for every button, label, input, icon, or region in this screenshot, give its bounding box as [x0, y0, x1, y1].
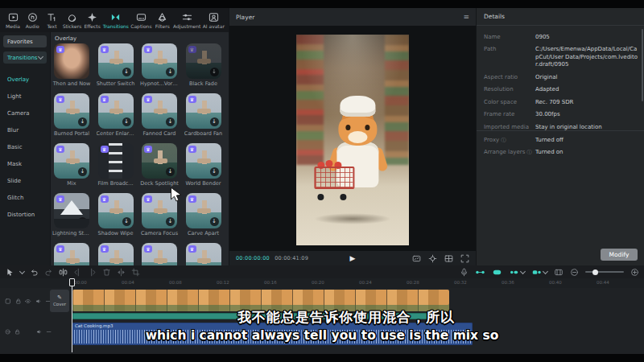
mute-icon[interactable]	[36, 328, 42, 335]
toolbar-text[interactable]: Text	[43, 12, 60, 29]
transition-item[interactable]: Hypnot...Vortex	[140, 43, 179, 93]
toolbar-media[interactable]: Media	[4, 12, 22, 29]
transition-item[interactable]	[184, 243, 223, 265]
cover-button[interactable]: ✎ Cover	[50, 290, 69, 312]
sidebar-category-item[interactable]: Slide	[0, 172, 50, 189]
sidebar-category-item[interactable]: Basic	[0, 138, 50, 155]
transition-item[interactable]: Film Broadc...	[97, 143, 135, 193]
preview-axis-icon[interactable]	[509, 268, 519, 277]
lock-icon[interactable]	[15, 298, 22, 305]
details-scrollbar[interactable]	[642, 29, 643, 101]
zoom-slider-thumb[interactable]	[592, 269, 598, 275]
delete-left-icon[interactable]	[73, 268, 82, 277]
transition-item[interactable]	[97, 243, 135, 265]
transition-item[interactable]	[52, 243, 91, 265]
field-label: Frame rateⓘ	[484, 111, 535, 118]
zoom-out-icon[interactable]	[570, 268, 579, 277]
playhead-handle[interactable]	[69, 278, 75, 286]
mirror-icon[interactable]	[117, 268, 126, 277]
toolbar-filters[interactable]: Filters	[154, 12, 171, 29]
transition-item[interactable]: Shadow Wipe	[97, 193, 135, 243]
effect-strip[interactable]	[72, 313, 436, 319]
undo-icon[interactable]	[30, 268, 39, 277]
toolbar-transitions[interactable]: Transitions	[103, 12, 129, 29]
toolbar-effects[interactable]: Effects	[84, 12, 101, 29]
transition-thumbnail	[186, 43, 221, 79]
video-clip[interactable]	[72, 290, 449, 311]
object-tracking-icon[interactable]	[428, 254, 437, 263]
sidebar-category-item[interactable]: Distortion	[0, 206, 50, 223]
audio-clip-name: Cat Cooking.mp3	[75, 323, 113, 328]
video-track-header	[0, 298, 52, 305]
record-voiceover-icon[interactable]	[460, 268, 469, 277]
chevron-down-icon[interactable]	[19, 268, 25, 274]
sidebar-category-item[interactable]: Light	[0, 88, 50, 105]
toolbar-captions[interactable]: Captions	[130, 12, 151, 29]
transition-item[interactable]: Camera Focus	[140, 193, 179, 243]
collapse-icon[interactable]	[46, 328, 52, 335]
fullscreen-icon[interactable]	[460, 254, 469, 263]
toolbar-adjustment[interactable]: Adjustment	[173, 12, 200, 29]
sidebar-category-item[interactable]: Glitch	[0, 189, 50, 206]
transitions-category-button[interactable]: Transitions	[3, 51, 47, 64]
zoom-in-icon[interactable]	[630, 268, 639, 277]
transition-item[interactable]: Cardboard Fan	[184, 93, 223, 143]
select-tool-icon[interactable]	[6, 268, 14, 277]
transition-item[interactable]: Mix	[52, 143, 91, 193]
track-view-icon[interactable]	[554, 268, 564, 277]
favorites-button[interactable]: Favorites	[3, 35, 47, 47]
delete-right-icon[interactable]	[88, 268, 97, 277]
vip-badge-icon	[101, 96, 109, 103]
sidebar-category-item[interactable]: Camera	[0, 105, 50, 121]
timecode-separator	[271, 255, 273, 261]
hide-icon[interactable]	[25, 298, 31, 305]
transition-item[interactable]: Deck Spotlight	[140, 143, 179, 193]
transition-item[interactable]: Burned Portal	[52, 93, 91, 143]
delete-icon[interactable]	[102, 268, 111, 277]
split-icon[interactable]	[59, 268, 68, 277]
timeline-tools	[0, 268, 140, 277]
transition-item[interactable]: Lightning Strike	[52, 193, 91, 243]
transition-item[interactable]	[140, 243, 179, 265]
download-icon	[166, 68, 175, 76]
vip-badge-icon	[56, 245, 64, 253]
playhead[interactable]	[72, 278, 72, 352]
timeline-zoom-slider[interactable]	[585, 271, 624, 273]
shopping-cart	[314, 167, 356, 194]
mute-icon[interactable]	[35, 298, 42, 305]
sidebar-category-item[interactable]: Blur	[0, 121, 50, 138]
auto-cut-icon[interactable]	[531, 268, 542, 277]
main-track-icon[interactable]	[5, 298, 11, 305]
sidebar-category-item[interactable]: Mask	[0, 155, 50, 172]
cat-eye	[345, 125, 350, 130]
player-header: Player ≡	[229, 8, 476, 26]
toolbar-stickers[interactable]: Stickers	[63, 12, 82, 29]
toolbar-audio[interactable]: Audio	[23, 12, 41, 29]
toolbar-ai-avatar[interactable]: AI avatar	[203, 12, 225, 29]
linked-selection-icon[interactable]	[492, 268, 502, 277]
hamburger-menu-icon[interactable]: ≡	[463, 14, 469, 21]
play-button[interactable]: ▶	[350, 255, 356, 262]
transition-item[interactable]: Carve Apart	[184, 193, 223, 243]
transition-item[interactable]: World Bender	[184, 143, 223, 193]
lock-icon[interactable]	[14, 328, 20, 335]
split-screen-icon[interactable]	[444, 254, 453, 263]
modify-button[interactable]: Modify	[601, 249, 638, 261]
redo-icon[interactable]	[44, 268, 53, 277]
transition-item[interactable]: Shutter Switch	[97, 43, 135, 93]
sidebar-category-item[interactable]: Overlay	[0, 71, 50, 88]
audio-clip[interactable]: Cat Cooking.mp3	[72, 323, 473, 345]
info-icon: ⓘ	[501, 137, 506, 144]
transition-thumbnail	[142, 143, 177, 179]
chevron-down-icon[interactable]	[520, 268, 526, 274]
crop-icon[interactable]	[131, 268, 140, 277]
ratio-icon[interactable]	[412, 254, 421, 263]
snap-toggle-icon[interactable]	[475, 268, 485, 277]
transition-item[interactable]: Center Enlarge	[97, 93, 135, 143]
transition-item[interactable]: Then and Now	[52, 43, 91, 93]
transition-item[interactable]: Fanned Card	[140, 93, 179, 143]
chevron-down-icon[interactable]	[543, 268, 548, 274]
audio-track-icon[interactable]	[5, 328, 10, 335]
transition-item[interactable]: Black Fade	[184, 43, 223, 93]
preview-canvas[interactable]	[229, 26, 476, 251]
